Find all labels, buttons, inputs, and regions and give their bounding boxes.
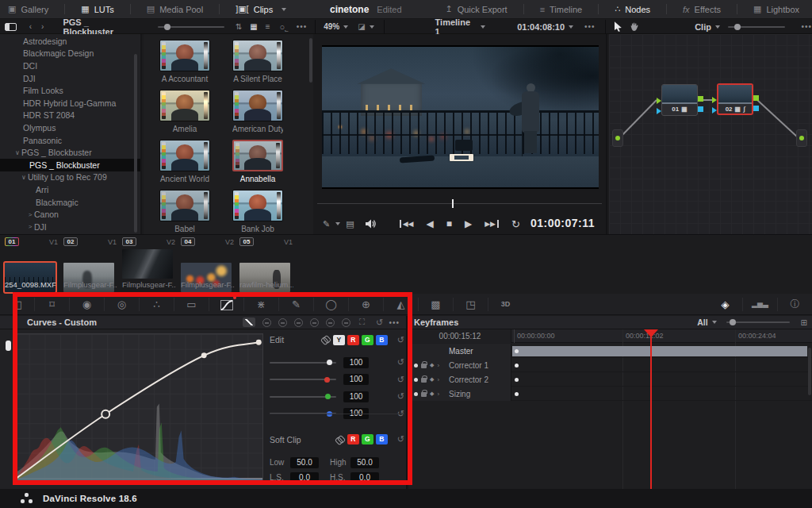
key-output-port[interactable] xyxy=(753,106,759,111)
clip-item[interactable]: 04V2 Filmplusgear-F... xyxy=(178,235,236,294)
color-warper-icon[interactable]: ⋇ xyxy=(244,298,278,310)
color-picker-icon[interactable]: ✎ xyxy=(323,219,330,229)
tree-item[interactable]: Arri xyxy=(0,183,140,196)
nodes-button[interactable]: ∴ Nodes xyxy=(607,0,658,19)
bypass-grade-icon[interactable]: ◪ xyxy=(358,22,365,31)
master-keyframe-lane[interactable] xyxy=(512,344,807,358)
stop-icon[interactable]: ■ xyxy=(446,218,452,229)
hs-value[interactable]: 0.0 xyxy=(350,472,379,483)
key-icon[interactable]: ▩ xyxy=(419,298,453,310)
tree-item[interactable]: Blackmagic Design xyxy=(0,48,140,60)
tree-item[interactable]: >Canon xyxy=(0,208,140,221)
hand-tool-icon[interactable] xyxy=(630,22,639,32)
r-gain-slider[interactable] xyxy=(270,379,336,380)
loop-icon[interactable]: ↻ xyxy=(511,218,520,230)
g-gain-value[interactable]: 100 xyxy=(343,391,369,402)
keyframe-diamond-icon[interactable]: ◆ xyxy=(430,376,434,383)
viewer-options-icon[interactable]: ••• xyxy=(584,22,596,31)
keyframe-dot[interactable] xyxy=(515,349,519,353)
channel-r-button[interactable]: R xyxy=(347,335,359,345)
hue-vs-lum-icon[interactable] xyxy=(294,318,303,327)
lock-icon[interactable] xyxy=(421,364,427,368)
back-arrow[interactable]: ‹ xyxy=(29,22,32,31)
keyframe-playhead-line[interactable] xyxy=(650,329,652,489)
link-channels-icon[interactable] xyxy=(321,336,331,344)
camera-raw-icon[interactable]: ◫ xyxy=(0,298,34,310)
keyframe-ruler[interactable]: 00:00:15:12 00:00:00:00 00:00:12:02 00:0… xyxy=(409,329,812,343)
tree-item-selected[interactable]: PGS _ Blockbuster xyxy=(0,159,140,171)
media-pool-button[interactable]: ▤ Media Pool xyxy=(139,0,211,19)
timeline-button[interactable]: ≡ Timeline xyxy=(532,0,591,19)
viewer-scrub-bar[interactable] xyxy=(317,203,602,204)
blur-icon[interactable]: ◭ xyxy=(384,298,418,310)
keyframe-track-corrector2[interactable]: ◆› Corrector 2 xyxy=(409,372,812,387)
luts-button[interactable]: ▦ LUTs xyxy=(73,0,121,19)
y-gain-slider[interactable] xyxy=(270,362,336,364)
rgb-input-port[interactable] xyxy=(657,98,661,104)
enable-dot-icon[interactable] xyxy=(414,364,418,368)
keyframe-diamond-icon[interactable]: ◆ xyxy=(430,391,434,397)
split-screen-icon[interactable]: ◈ xyxy=(708,298,742,310)
sort-icon[interactable]: ⇅ xyxy=(236,22,242,31)
tree-item[interactable]: Panasonic xyxy=(0,134,140,147)
play-icon[interactable]: ▶ xyxy=(465,218,472,229)
qualifier-icon[interactable]: ✎ xyxy=(279,298,313,310)
reset-g-icon[interactable]: ↺ xyxy=(397,391,404,402)
enable-dot-icon[interactable] xyxy=(414,392,418,396)
corrector-node-01[interactable]: 01▦ xyxy=(661,84,698,116)
stereo-3d-icon[interactable]: 3D xyxy=(488,300,523,308)
wipe-modes-icon[interactable]: ▤ xyxy=(346,219,354,229)
corrector-node-02-selected[interactable]: 02▦∫ xyxy=(717,83,753,115)
lut-item[interactable]: Bank Job xyxy=(232,190,283,233)
g-gain-slider[interactable] xyxy=(270,396,336,398)
curve-left-handle[interactable] xyxy=(6,341,11,351)
link-softclip-icon[interactable] xyxy=(335,436,345,444)
grid-view-icon[interactable]: ▦ xyxy=(250,22,257,31)
tree-item[interactable]: Astrodesign xyxy=(0,35,140,48)
tree-item[interactable]: HDR ST 2084 xyxy=(0,110,140,122)
gallery-button[interactable]: ▣ Gallery xyxy=(0,0,56,19)
skip-end-icon[interactable]: ▶▶ xyxy=(485,220,499,228)
scopes-icon[interactable]: ▂▅▃ xyxy=(743,300,777,308)
thumbnail-size-slider[interactable] xyxy=(158,26,224,28)
pointer-tool-icon[interactable] xyxy=(614,21,622,32)
curve-graph[interactable] xyxy=(13,333,263,483)
key-input-port[interactable] xyxy=(657,108,661,114)
lut-item[interactable]: Ancient World xyxy=(159,140,210,183)
lut-item[interactable]: American Duty xyxy=(232,90,283,133)
channel-y-button[interactable]: Y xyxy=(333,335,345,345)
lightbox-button[interactable]: ▦ Lightbox xyxy=(745,0,807,19)
step-back-icon[interactable]: ◀ xyxy=(426,218,433,229)
lut-item[interactable]: Babel xyxy=(159,190,210,233)
sat-vs-lum-icon[interactable] xyxy=(342,318,350,327)
reset-softclip-icon[interactable]: ↺ xyxy=(397,434,404,444)
clip-item-selected[interactable]: 01V1 254_0098.MXF xyxy=(2,235,60,294)
key-input-port[interactable] xyxy=(712,107,717,114)
clip-thumbnail[interactable] xyxy=(122,249,173,279)
low-value[interactable]: 50.0 xyxy=(290,457,319,468)
lut-grid-scrollbar[interactable] xyxy=(309,38,312,83)
search-icon[interactable]: ○˾ xyxy=(280,22,289,32)
quick-export-button[interactable]: ↥ Quick Export xyxy=(437,0,515,19)
panel-toggle-icon[interactable] xyxy=(5,23,17,31)
list-view-icon[interactable]: ≡ xyxy=(266,22,270,31)
expand-panel-icon[interactable]: ⛶ xyxy=(355,318,368,327)
reset-r-icon[interactable]: ↺ xyxy=(397,375,404,385)
channel-g-button[interactable]: G xyxy=(362,335,373,345)
expand-chevron-icon[interactable]: › xyxy=(437,376,439,383)
source-node[interactable] xyxy=(612,129,623,147)
motion-effects-icon[interactable]: ▭ xyxy=(174,298,209,310)
keyframe-dot[interactable] xyxy=(515,392,519,396)
viewer-zoom-value[interactable]: 49% xyxy=(324,22,339,31)
hue-vs-sat-icon[interactable] xyxy=(278,318,287,327)
lum-vs-sat-icon[interactable] xyxy=(310,318,319,327)
effects-button[interactable]: fx Effects xyxy=(675,0,729,19)
lut-item[interactable]: A Silent Place xyxy=(232,40,283,83)
keyframe-track-sizing[interactable]: ◆› Sizing xyxy=(409,387,812,401)
node-options-icon[interactable]: ••• xyxy=(801,22,812,31)
browser-options-icon[interactable]: ••• xyxy=(297,22,308,31)
reset-y-icon[interactable]: ↺ xyxy=(397,357,404,368)
rgb-mixer-icon[interactable]: ∴ xyxy=(140,298,174,310)
tree-item[interactable]: ∨PGS _ Blockbuster xyxy=(0,146,140,159)
curves-options-icon[interactable]: ••• xyxy=(389,318,400,327)
